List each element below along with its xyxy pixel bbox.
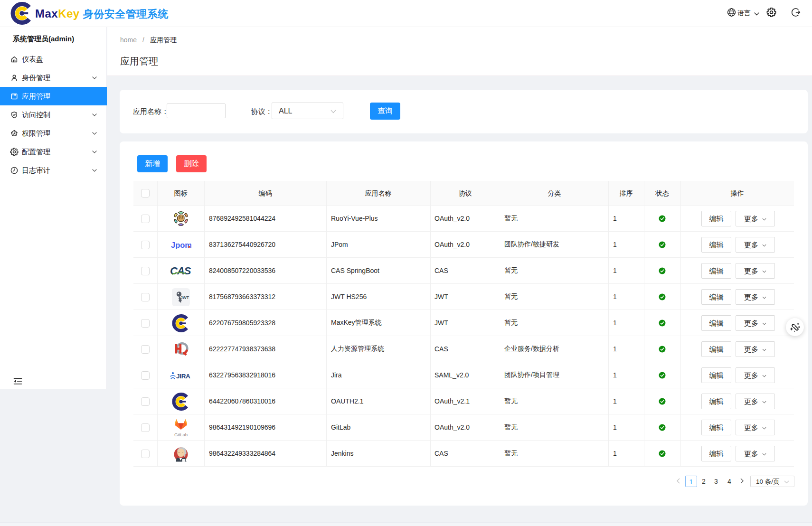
svg-text:JIRA: JIRA [176,372,190,379]
svg-text:JWT: JWT [180,295,189,300]
svg-text:CAS: CAS [170,265,191,277]
svg-text:GitLab: GitLab [174,432,188,437]
svg-text:Jpom: Jpom [171,241,191,249]
